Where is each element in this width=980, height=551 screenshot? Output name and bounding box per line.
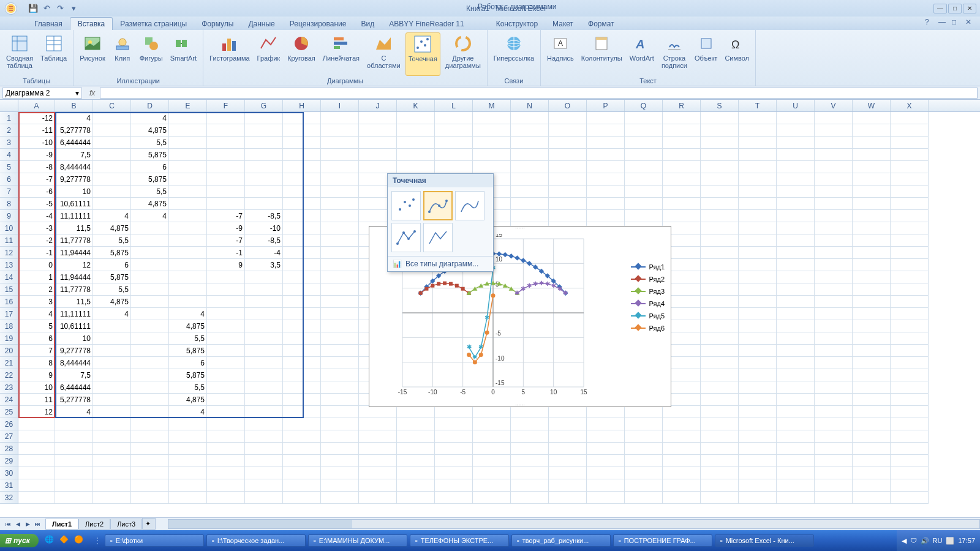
cell[interactable] <box>739 430 777 443</box>
cell[interactable] <box>435 149 473 161</box>
cell[interactable]: 5,875 <box>131 149 169 161</box>
cell[interactable] <box>739 161 777 173</box>
cell[interactable]: 4 <box>131 210 169 222</box>
cell[interactable]: -11 <box>18 124 55 137</box>
cell[interactable] <box>169 234 207 247</box>
cell[interactable]: -10 <box>245 222 283 234</box>
cell[interactable]: 4 <box>55 112 93 124</box>
cell[interactable] <box>663 443 701 455</box>
cell[interactable] <box>815 173 853 186</box>
cell[interactable] <box>245 186 283 198</box>
cell[interactable]: 3 <box>18 296 55 308</box>
cell[interactable] <box>131 247 169 259</box>
column-header[interactable]: J <box>359 100 397 111</box>
cell[interactable] <box>853 259 891 271</box>
cell[interactable] <box>131 369 169 381</box>
cell[interactable]: 9 <box>207 259 245 271</box>
cell[interactable] <box>131 296 169 308</box>
row-header[interactable]: 8 <box>0 198 18 210</box>
tab-chart-layout[interactable]: Макет <box>545 18 581 30</box>
cell[interactable] <box>359 467 397 479</box>
cell[interactable] <box>587 479 625 492</box>
column-header[interactable]: B <box>55 100 93 111</box>
cell[interactable] <box>169 247 207 259</box>
cell[interactable] <box>625 406 663 418</box>
cell[interactable]: 4 <box>18 308 55 320</box>
cell[interactable] <box>511 455 549 467</box>
save-icon[interactable]: 💾 <box>28 4 38 13</box>
cell[interactable]: -7 <box>18 173 55 186</box>
row-header[interactable]: 18 <box>0 320 18 332</box>
all-chart-types[interactable]: 📊Все типы диаграмм... <box>388 256 493 271</box>
cell[interactable]: 6 <box>18 332 55 345</box>
chart-handle-dots-bottom[interactable]: ⋯⋯ <box>515 402 525 408</box>
row-header[interactable]: 28 <box>0 443 18 455</box>
cell[interactable] <box>321 308 359 320</box>
taskbar-task[interactable]: ▫творч_раб_рисунки... <box>511 534 611 547</box>
cell[interactable] <box>739 198 777 210</box>
cell[interactable]: -7 <box>207 210 245 222</box>
cell[interactable] <box>891 320 929 332</box>
sheet-nav-prev[interactable]: ◀ <box>13 520 22 528</box>
cell[interactable] <box>397 443 435 455</box>
cell[interactable] <box>625 161 663 173</box>
row-header[interactable]: 16 <box>0 296 18 308</box>
cell[interactable]: -4 <box>18 210 55 222</box>
cell[interactable] <box>283 369 321 381</box>
cell[interactable] <box>587 443 625 455</box>
cell[interactable] <box>245 430 283 443</box>
cell[interactable]: 11,94444 <box>55 247 93 259</box>
cell[interactable] <box>777 455 815 467</box>
cell[interactable] <box>815 443 853 455</box>
cell[interactable] <box>245 381 283 394</box>
cell[interactable] <box>359 406 397 418</box>
tray-icon-1[interactable]: 🛡 <box>910 537 917 544</box>
cell[interactable] <box>853 308 891 320</box>
cell[interactable] <box>701 345 739 357</box>
cell[interactable]: 6 <box>131 161 169 173</box>
cell[interactable] <box>55 492 93 504</box>
cell[interactable] <box>663 124 701 137</box>
row-header[interactable]: 19 <box>0 332 18 345</box>
cell[interactable] <box>587 198 625 210</box>
cell[interactable] <box>587 149 625 161</box>
cell[interactable] <box>131 381 169 394</box>
cell[interactable] <box>777 320 815 332</box>
cell[interactable] <box>169 186 207 198</box>
cell[interactable] <box>283 320 321 332</box>
cell[interactable] <box>891 112 929 124</box>
row-header[interactable]: 4 <box>0 149 18 161</box>
cell[interactable]: 12 <box>18 406 55 418</box>
cell[interactable]: 2 <box>18 283 55 296</box>
cell[interactable] <box>93 137 131 149</box>
cell[interactable] <box>321 210 359 222</box>
cell[interactable] <box>207 479 245 492</box>
cell[interactable] <box>93 381 131 394</box>
cell[interactable] <box>207 296 245 308</box>
row-header[interactable]: 29 <box>0 455 18 467</box>
cell[interactable] <box>549 492 587 504</box>
cell[interactable] <box>397 137 435 149</box>
cell[interactable] <box>245 332 283 345</box>
cell[interactable] <box>891 234 929 247</box>
cell[interactable] <box>853 247 891 259</box>
cell[interactable] <box>207 173 245 186</box>
cell[interactable] <box>853 418 891 430</box>
sheet-tab-3[interactable]: Лист3 <box>110 519 142 530</box>
column-header[interactable]: I <box>321 100 359 111</box>
cell[interactable] <box>739 406 777 418</box>
cell[interactable] <box>397 149 435 161</box>
cell[interactable] <box>815 394 853 406</box>
cell[interactable] <box>701 234 739 247</box>
cell[interactable] <box>131 492 169 504</box>
cell[interactable] <box>511 173 549 186</box>
column-header[interactable]: T <box>739 100 777 111</box>
cell[interactable] <box>283 455 321 467</box>
cell[interactable]: 4,875 <box>93 296 131 308</box>
column-header[interactable]: M <box>473 100 511 111</box>
cell[interactable] <box>815 161 853 173</box>
cell[interactable] <box>777 430 815 443</box>
cell[interactable] <box>245 369 283 381</box>
cell[interactable] <box>321 418 359 430</box>
cell[interactable] <box>321 112 359 124</box>
